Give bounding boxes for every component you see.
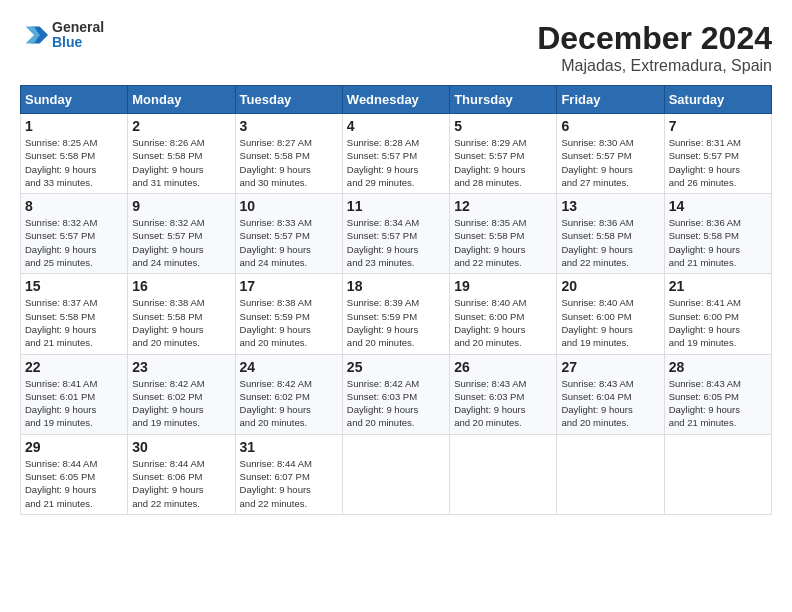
day-info: Sunrise: 8:41 AM Sunset: 6:01 PM Dayligh… (25, 377, 123, 430)
day-cell-23: 23Sunrise: 8:42 AM Sunset: 6:02 PM Dayli… (128, 354, 235, 434)
day-number: 15 (25, 278, 123, 294)
header-saturday: Saturday (664, 86, 771, 114)
day-cell-1: 1Sunrise: 8:25 AM Sunset: 5:58 PM Daylig… (21, 114, 128, 194)
week-row-1: 1Sunrise: 8:25 AM Sunset: 5:58 PM Daylig… (21, 114, 772, 194)
day-info: Sunrise: 8:36 AM Sunset: 5:58 PM Dayligh… (561, 216, 659, 269)
day-info: Sunrise: 8:26 AM Sunset: 5:58 PM Dayligh… (132, 136, 230, 189)
day-cell-18: 18Sunrise: 8:39 AM Sunset: 5:59 PM Dayli… (342, 274, 449, 354)
calendar-table: SundayMondayTuesdayWednesdayThursdayFrid… (20, 85, 772, 515)
day-number: 10 (240, 198, 338, 214)
day-info: Sunrise: 8:25 AM Sunset: 5:58 PM Dayligh… (25, 136, 123, 189)
day-cell-10: 10Sunrise: 8:33 AM Sunset: 5:57 PM Dayli… (235, 194, 342, 274)
day-info: Sunrise: 8:42 AM Sunset: 6:02 PM Dayligh… (240, 377, 338, 430)
empty-cell (557, 434, 664, 514)
day-number: 19 (454, 278, 552, 294)
title-block: December 2024 Majadas, Extremadura, Spai… (537, 20, 772, 75)
day-cell-30: 30Sunrise: 8:44 AM Sunset: 6:06 PM Dayli… (128, 434, 235, 514)
day-number: 13 (561, 198, 659, 214)
header-tuesday: Tuesday (235, 86, 342, 114)
day-cell-19: 19Sunrise: 8:40 AM Sunset: 6:00 PM Dayli… (450, 274, 557, 354)
day-info: Sunrise: 8:43 AM Sunset: 6:03 PM Dayligh… (454, 377, 552, 430)
day-cell-2: 2Sunrise: 8:26 AM Sunset: 5:58 PM Daylig… (128, 114, 235, 194)
day-info: Sunrise: 8:41 AM Sunset: 6:00 PM Dayligh… (669, 296, 767, 349)
day-cell-16: 16Sunrise: 8:38 AM Sunset: 5:58 PM Dayli… (128, 274, 235, 354)
day-number: 1 (25, 118, 123, 134)
day-number: 27 (561, 359, 659, 375)
day-cell-22: 22Sunrise: 8:41 AM Sunset: 6:01 PM Dayli… (21, 354, 128, 434)
logo-line1: General (52, 20, 104, 35)
day-info: Sunrise: 8:32 AM Sunset: 5:57 PM Dayligh… (25, 216, 123, 269)
header-friday: Friday (557, 86, 664, 114)
empty-cell (342, 434, 449, 514)
day-info: Sunrise: 8:28 AM Sunset: 5:57 PM Dayligh… (347, 136, 445, 189)
page-header: General Blue December 2024 Majadas, Extr… (20, 20, 772, 75)
day-number: 25 (347, 359, 445, 375)
week-row-5: 29Sunrise: 8:44 AM Sunset: 6:05 PM Dayli… (21, 434, 772, 514)
day-cell-20: 20Sunrise: 8:40 AM Sunset: 6:00 PM Dayli… (557, 274, 664, 354)
day-info: Sunrise: 8:43 AM Sunset: 6:04 PM Dayligh… (561, 377, 659, 430)
day-info: Sunrise: 8:44 AM Sunset: 6:06 PM Dayligh… (132, 457, 230, 510)
day-number: 3 (240, 118, 338, 134)
day-number: 8 (25, 198, 123, 214)
day-number: 16 (132, 278, 230, 294)
day-info: Sunrise: 8:36 AM Sunset: 5:58 PM Dayligh… (669, 216, 767, 269)
day-cell-5: 5Sunrise: 8:29 AM Sunset: 5:57 PM Daylig… (450, 114, 557, 194)
day-number: 21 (669, 278, 767, 294)
header-thursday: Thursday (450, 86, 557, 114)
day-number: 20 (561, 278, 659, 294)
day-number: 12 (454, 198, 552, 214)
day-number: 17 (240, 278, 338, 294)
day-cell-21: 21Sunrise: 8:41 AM Sunset: 6:00 PM Dayli… (664, 274, 771, 354)
day-number: 22 (25, 359, 123, 375)
day-number: 5 (454, 118, 552, 134)
day-cell-31: 31Sunrise: 8:44 AM Sunset: 6:07 PM Dayli… (235, 434, 342, 514)
day-info: Sunrise: 8:33 AM Sunset: 5:57 PM Dayligh… (240, 216, 338, 269)
logo-text: General Blue (52, 20, 104, 51)
day-info: Sunrise: 8:34 AM Sunset: 5:57 PM Dayligh… (347, 216, 445, 269)
day-cell-24: 24Sunrise: 8:42 AM Sunset: 6:02 PM Dayli… (235, 354, 342, 434)
day-info: Sunrise: 8:44 AM Sunset: 6:05 PM Dayligh… (25, 457, 123, 510)
day-info: Sunrise: 8:39 AM Sunset: 5:59 PM Dayligh… (347, 296, 445, 349)
empty-cell (664, 434, 771, 514)
day-info: Sunrise: 8:32 AM Sunset: 5:57 PM Dayligh… (132, 216, 230, 269)
day-info: Sunrise: 8:44 AM Sunset: 6:07 PM Dayligh… (240, 457, 338, 510)
day-cell-7: 7Sunrise: 8:31 AM Sunset: 5:57 PM Daylig… (664, 114, 771, 194)
empty-cell (450, 434, 557, 514)
day-cell-15: 15Sunrise: 8:37 AM Sunset: 5:58 PM Dayli… (21, 274, 128, 354)
day-cell-8: 8Sunrise: 8:32 AM Sunset: 5:57 PM Daylig… (21, 194, 128, 274)
day-info: Sunrise: 8:38 AM Sunset: 5:58 PM Dayligh… (132, 296, 230, 349)
day-info: Sunrise: 8:31 AM Sunset: 5:57 PM Dayligh… (669, 136, 767, 189)
day-cell-29: 29Sunrise: 8:44 AM Sunset: 6:05 PM Dayli… (21, 434, 128, 514)
day-number: 2 (132, 118, 230, 134)
day-number: 31 (240, 439, 338, 455)
day-info: Sunrise: 8:38 AM Sunset: 5:59 PM Dayligh… (240, 296, 338, 349)
day-number: 11 (347, 198, 445, 214)
day-info: Sunrise: 8:40 AM Sunset: 6:00 PM Dayligh… (454, 296, 552, 349)
day-cell-6: 6Sunrise: 8:30 AM Sunset: 5:57 PM Daylig… (557, 114, 664, 194)
day-cell-26: 26Sunrise: 8:43 AM Sunset: 6:03 PM Dayli… (450, 354, 557, 434)
day-cell-12: 12Sunrise: 8:35 AM Sunset: 5:58 PM Dayli… (450, 194, 557, 274)
logo-line2: Blue (52, 35, 104, 50)
day-number: 18 (347, 278, 445, 294)
day-number: 6 (561, 118, 659, 134)
week-row-2: 8Sunrise: 8:32 AM Sunset: 5:57 PM Daylig… (21, 194, 772, 274)
day-info: Sunrise: 8:30 AM Sunset: 5:57 PM Dayligh… (561, 136, 659, 189)
day-info: Sunrise: 8:40 AM Sunset: 6:00 PM Dayligh… (561, 296, 659, 349)
logo-icon (20, 21, 48, 49)
day-info: Sunrise: 8:35 AM Sunset: 5:58 PM Dayligh… (454, 216, 552, 269)
day-cell-14: 14Sunrise: 8:36 AM Sunset: 5:58 PM Dayli… (664, 194, 771, 274)
calendar-subtitle: Majadas, Extremadura, Spain (537, 57, 772, 75)
header-row: SundayMondayTuesdayWednesdayThursdayFrid… (21, 86, 772, 114)
calendar-body: 1Sunrise: 8:25 AM Sunset: 5:58 PM Daylig… (21, 114, 772, 515)
day-info: Sunrise: 8:37 AM Sunset: 5:58 PM Dayligh… (25, 296, 123, 349)
logo: General Blue (20, 20, 104, 51)
day-info: Sunrise: 8:42 AM Sunset: 6:02 PM Dayligh… (132, 377, 230, 430)
day-cell-25: 25Sunrise: 8:42 AM Sunset: 6:03 PM Dayli… (342, 354, 449, 434)
day-number: 26 (454, 359, 552, 375)
day-info: Sunrise: 8:42 AM Sunset: 6:03 PM Dayligh… (347, 377, 445, 430)
day-info: Sunrise: 8:29 AM Sunset: 5:57 PM Dayligh… (454, 136, 552, 189)
day-cell-11: 11Sunrise: 8:34 AM Sunset: 5:57 PM Dayli… (342, 194, 449, 274)
day-cell-13: 13Sunrise: 8:36 AM Sunset: 5:58 PM Dayli… (557, 194, 664, 274)
day-number: 30 (132, 439, 230, 455)
day-info: Sunrise: 8:27 AM Sunset: 5:58 PM Dayligh… (240, 136, 338, 189)
